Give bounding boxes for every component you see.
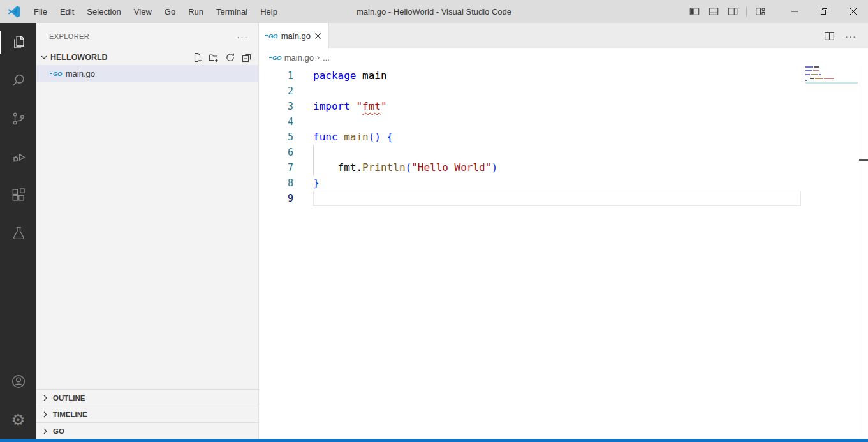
go-file-icon: [269, 54, 281, 61]
run-and-debug-icon[interactable]: [0, 138, 36, 176]
toggle-sidebar-icon[interactable]: [686, 3, 703, 20]
minimize-button[interactable]: [780, 0, 809, 23]
testing-icon[interactable]: [0, 214, 36, 253]
explorer-sidebar: EXPLORER ··· HELLOWORLD: [36, 23, 259, 439]
menu-help[interactable]: Help: [254, 0, 284, 23]
toggle-panel-icon[interactable]: [705, 3, 723, 20]
status-bar[interactable]: [0, 439, 868, 442]
tab-main-go[interactable]: main.go: [259, 23, 329, 48]
menu-run[interactable]: Run: [182, 0, 210, 23]
minimap-line: [805, 70, 858, 71]
sidebar-title: EXPLORER: [49, 33, 89, 40]
file-row-main-go[interactable]: main.go: [36, 65, 258, 82]
new-file-icon[interactable]: [192, 52, 202, 63]
editor-group: main.go ··· main.go › ... 1package main2…: [259, 23, 868, 439]
minimap-current-line-highlight: [805, 82, 858, 84]
accounts-icon[interactable]: [0, 362, 36, 401]
line-number: 8: [259, 175, 293, 191]
minimap-line: [805, 68, 858, 70]
menu-file[interactable]: File: [27, 0, 54, 23]
chevron-down-icon: [39, 52, 49, 63]
menu-edit[interactable]: Edit: [54, 0, 80, 23]
titlebar-divider: [746, 6, 747, 17]
line-number: 7: [259, 160, 293, 175]
minimap-line: [805, 76, 858, 77]
workspace-folder-header[interactable]: HELLOWORLD: [36, 50, 258, 65]
code-line-9[interactable]: 9: [259, 191, 868, 206]
titlebar-controls: [685, 0, 868, 23]
activity-bar: ⚙: [0, 23, 36, 439]
search-icon[interactable]: [0, 61, 36, 99]
menu-view[interactable]: View: [128, 0, 158, 23]
refresh-icon[interactable]: [225, 52, 235, 63]
panel-outline[interactable]: OUTLINE: [36, 389, 258, 406]
source-control-icon[interactable]: [0, 99, 36, 138]
code-line-1[interactable]: 1package main: [259, 68, 868, 84]
panel-go[interactable]: GO: [36, 422, 258, 439]
breadcrumb-separator: ›: [317, 53, 320, 62]
minimap-line: [805, 66, 858, 68]
minimap-line: [805, 80, 858, 81]
panel-timeline[interactable]: TIMELINE: [36, 406, 258, 422]
minimap-line: [805, 72, 858, 73]
toggle-secondary-sidebar-icon[interactable]: [724, 3, 742, 20]
workspace-folder-name: HELLOWORLD: [50, 53, 108, 62]
line-number: 4: [259, 114, 293, 129]
line-number: 3: [259, 99, 293, 114]
go-file-icon: [265, 33, 277, 40]
editor-more-actions-icon[interactable]: ···: [842, 29, 859, 43]
restore-button[interactable]: [809, 0, 839, 23]
code-line-3[interactable]: 3import "fmt": [259, 99, 868, 114]
explorer-icon[interactable]: [0, 23, 36, 61]
menu-selection[interactable]: Selection: [80, 0, 127, 23]
panel-timeline-label: TIMELINE: [53, 411, 87, 418]
tab-bar: main.go ···: [259, 23, 868, 48]
minimap[interactable]: [805, 66, 858, 439]
line-number: 5: [259, 129, 293, 145]
line-number: 9: [259, 191, 293, 206]
file-name: main.go: [66, 69, 95, 78]
menu-terminal[interactable]: Terminal: [210, 0, 254, 23]
settings-gear-icon[interactable]: ⚙: [0, 401, 36, 439]
new-folder-icon[interactable]: [209, 52, 219, 63]
chevron-right-icon: [40, 409, 50, 420]
ruler-cursor-mark: [859, 159, 868, 161]
code-lines: 1package main23import "fmt"45func main()…: [259, 68, 868, 206]
code-line-6[interactable]: 6: [259, 145, 868, 160]
code-line-2[interactable]: 2: [259, 84, 868, 99]
code-editor[interactable]: 1package main23import "fmt"45func main()…: [259, 66, 868, 439]
title-bar: File Edit Selection View Go Run Terminal…: [0, 0, 868, 23]
minimap-line: [805, 78, 858, 79]
breadcrumb-file[interactable]: main.go: [284, 53, 314, 63]
vscode-logo-icon: [7, 4, 21, 18]
explorer-more-actions-icon[interactable]: ···: [234, 30, 251, 43]
menu-go[interactable]: Go: [158, 0, 182, 23]
chevron-right-icon: [40, 393, 50, 403]
chevron-right-icon: [40, 426, 50, 436]
menu-bar: File Edit Selection View Go Run Terminal…: [27, 0, 284, 23]
line-number: 2: [259, 84, 293, 99]
tab-close-icon[interactable]: [312, 30, 323, 41]
line-number: 6: [259, 145, 293, 160]
minimap-line: [805, 74, 858, 75]
breadcrumb: main.go › ...: [259, 48, 868, 66]
panel-outline-label: OUTLINE: [53, 394, 85, 402]
go-file-icon: [50, 70, 62, 77]
overview-ruler-scrollbar[interactable]: [858, 66, 868, 439]
customize-layout-icon[interactable]: [751, 3, 769, 20]
code-line-7[interactable]: 7 fmt.Println("Hello World"): [259, 160, 868, 175]
extensions-icon[interactable]: [0, 176, 36, 214]
editor-actions: ···: [824, 23, 868, 48]
code-line-5[interactable]: 5func main() {: [259, 129, 868, 145]
code-line-8[interactable]: 8}: [259, 175, 868, 191]
split-editor-icon[interactable]: [824, 31, 835, 41]
panel-go-label: GO: [53, 427, 64, 435]
collapse-all-icon[interactable]: [242, 52, 252, 63]
code-line-4[interactable]: 4: [259, 114, 868, 129]
breadcrumb-symbol[interactable]: ...: [323, 53, 330, 63]
close-button[interactable]: [839, 0, 868, 23]
tab-label: main.go: [281, 31, 311, 41]
line-number: 1: [259, 68, 293, 84]
